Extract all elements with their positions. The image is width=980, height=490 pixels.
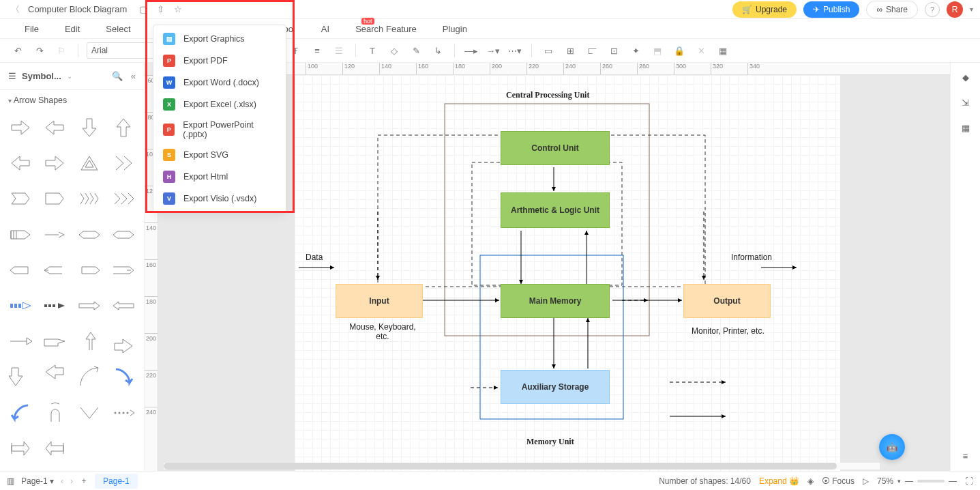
import-panel-icon[interactable]: ⇲ <box>962 98 969 108</box>
export-powerpoint[interactable]: PExport PowerPoint (.pptx) <box>153 115 286 144</box>
shape-arrow[interactable] <box>73 327 106 356</box>
upgrade-button[interactable]: 🛒 Upgrade <box>732 1 797 18</box>
save-icon[interactable]: ▢ <box>139 4 147 14</box>
shape-arrow[interactable] <box>73 291 106 320</box>
shape-arrow[interactable] <box>4 399 37 427</box>
shape-arrow[interactable] <box>38 149 71 177</box>
focus-toggle[interactable]: ⦿ Focus <box>822 476 855 486</box>
page-canvas[interactable]: Central Processing Unit Control Unit Art… <box>295 75 840 471</box>
avatar[interactable]: R <box>947 1 963 18</box>
shape-arrow[interactable] <box>107 149 140 177</box>
presentation-icon[interactable]: ▷ <box>863 476 869 486</box>
table-icon[interactable]: ▦ <box>715 42 731 59</box>
format-painter-icon[interactable]: ⚐ <box>53 42 70 59</box>
text-tool-icon[interactable]: T <box>364 42 381 59</box>
help-icon[interactable]: ? <box>925 2 940 17</box>
expand-link[interactable]: Expand 👑 <box>759 476 799 486</box>
label-input-sub[interactable]: Mouse, Keyboard, etc. <box>345 322 420 341</box>
shape-arrow[interactable] <box>107 327 140 356</box>
pages-icon[interactable]: ▥ <box>7 476 14 486</box>
shape-arrow[interactable] <box>38 220 71 249</box>
layers-icon[interactable]: ▭ <box>540 42 556 59</box>
shape-arrow[interactable] <box>38 434 71 463</box>
shape-arrow[interactable] <box>107 256 140 285</box>
library-icon[interactable]: ☰ <box>8 71 16 81</box>
shape-arrow[interactable] <box>107 113 140 142</box>
shape-arrow[interactable] <box>4 362 37 391</box>
horizontal-scrollbar[interactable] <box>164 463 880 470</box>
crop-icon[interactable]: ⬒ <box>649 42 666 59</box>
menu-search-feature[interactable]: Search Feature <box>343 21 429 37</box>
shape-arrow[interactable] <box>4 149 37 177</box>
shape-arrow[interactable] <box>73 113 106 142</box>
shape-arrow[interactable] <box>107 362 140 391</box>
export-visio[interactable]: VExport Visio (.vsdx) <box>153 188 286 210</box>
shape-arrow[interactable] <box>107 291 140 320</box>
shape-arrow[interactable] <box>107 399 140 427</box>
chevron-down-icon[interactable]: ⌄ <box>67 72 72 80</box>
page-tab-1[interactable]: Page-1 <box>95 474 138 489</box>
shape-arrow[interactable] <box>38 327 71 356</box>
shape-arrow[interactable] <box>73 149 106 177</box>
menu-file[interactable]: File <box>12 21 51 37</box>
fullscreen-icon[interactable]: ⛶ <box>965 476 973 486</box>
export-word[interactable]: WExport Word (.docx) <box>153 72 286 93</box>
add-page-icon[interactable]: ＋ <box>80 475 88 487</box>
block-output[interactable]: Output <box>683 284 771 318</box>
avatar-chevron[interactable]: ▾ <box>970 5 973 13</box>
shape-arrow[interactable] <box>73 399 106 427</box>
block-aux-storage[interactable]: Auxiliary Storage <box>501 370 610 404</box>
next-page-icon[interactable]: › <box>70 476 73 486</box>
line-start-icon[interactable]: —▸ <box>463 42 479 59</box>
zoom-in-icon[interactable]: — <box>949 476 957 486</box>
grid-panel-icon[interactable]: ▦ <box>962 123 970 133</box>
chatbot-icon[interactable]: 🤖 <box>879 434 905 460</box>
align-icon[interactable]: ≡ <box>309 42 325 59</box>
publish-button[interactable]: ✈ Publish <box>803 1 859 18</box>
export-excel[interactable]: XExport Excel (.xlsx) <box>153 93 286 115</box>
prev-page-icon[interactable]: ‹ <box>61 476 63 486</box>
menu-edit[interactable]: Edit <box>53 21 92 37</box>
menu-plugin[interactable]: Plugin <box>430 21 479 37</box>
back-chevron[interactable]: 〈 <box>7 3 24 16</box>
text-highlight-icon[interactable]: Ŧ <box>287 42 303 59</box>
shape-arrow[interactable] <box>4 256 37 285</box>
collapse-icon[interactable]: « <box>131 71 136 81</box>
shape-arrow[interactable] <box>73 362 106 391</box>
line-spacing-icon[interactable]: ☰ <box>331 42 347 59</box>
shape-arrow[interactable] <box>73 256 106 285</box>
label-memory-unit[interactable]: Memory Unit <box>526 437 574 447</box>
tools-icon[interactable]: ✕ <box>693 42 709 59</box>
shape-arrow[interactable] <box>38 399 71 427</box>
block-main-memory[interactable]: Main Memory <box>501 284 610 318</box>
zoom-value[interactable]: 75% <box>877 476 893 486</box>
shape-tool-icon[interactable]: ◇ <box>386 42 402 59</box>
effects-icon[interactable]: ✦ <box>627 42 644 59</box>
export-svg[interactable]: SExport SVG <box>153 144 286 166</box>
undo-icon[interactable]: ↶ <box>10 42 26 59</box>
block-input[interactable]: Input <box>336 284 423 318</box>
shape-arrow[interactable] <box>38 184 71 213</box>
shape-arrow[interactable] <box>4 220 37 249</box>
export-graphics[interactable]: ▨Export Graphics <box>153 28 286 50</box>
group-icon[interactable]: ⊞ <box>562 42 578 59</box>
shape-arrow[interactable] <box>38 113 71 142</box>
shape-arrow[interactable] <box>73 184 106 213</box>
shape-arrow[interactable] <box>38 362 71 391</box>
export-pdf[interactable]: PExport PDF <box>153 50 286 72</box>
block-control-unit[interactable]: Control Unit <box>501 131 610 165</box>
search-icon[interactable]: 🔍 <box>112 71 123 81</box>
shape-arrow[interactable] <box>4 327 37 356</box>
lock-icon[interactable]: 🔒 <box>671 42 687 59</box>
more-panel-icon[interactable]: ≡ <box>963 451 968 461</box>
shape-arrow[interactable] <box>4 291 37 320</box>
font-select[interactable]: Arial <box>87 42 155 59</box>
zoom-slider[interactable] <box>917 480 945 482</box>
share-button[interactable]: ∞ Share <box>866 1 918 18</box>
connector-icon[interactable]: ↳ <box>430 42 446 59</box>
label-cpu[interactable]: Central Processing Unit <box>506 90 589 100</box>
zoom-out-icon[interactable]: — <box>905 476 913 486</box>
label-information[interactable]: Information <box>731 253 772 262</box>
page-selector[interactable]: Page-1 ▾ <box>21 476 54 486</box>
fill-panel-icon[interactable]: ◆ <box>962 72 969 83</box>
